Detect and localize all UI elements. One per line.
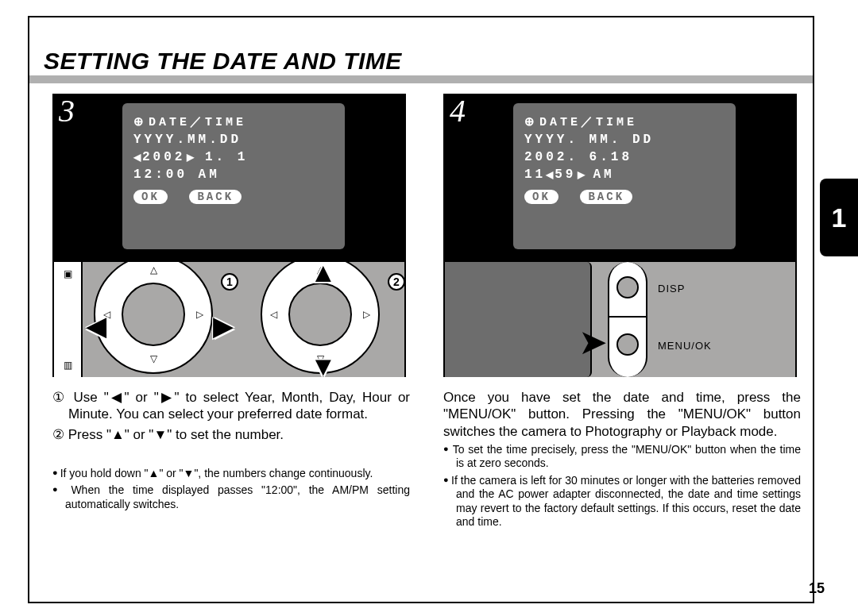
lcd-ok-btn: OK: [133, 190, 168, 204]
lcd-time-row: 12:00 AM: [133, 167, 334, 182]
button-column: [608, 262, 647, 377]
battery-icon: ▥: [64, 360, 72, 371]
note-precise: To set the time precisely, press the "ME…: [443, 443, 801, 471]
step3-text: ① Use "◀" or "▶" to select Year, Month, …: [52, 389, 410, 514]
dpad-2-center: [288, 283, 352, 346]
dpad-1: △ ▽ ◁ ▷: [94, 260, 213, 374]
dpad-1-down: ▽: [150, 353, 157, 364]
step4-text: Once you have set the date and time, pre…: [443, 389, 801, 533]
press-arrow-icon: ➤: [578, 321, 608, 362]
big-down-arrow: ▼: [310, 351, 337, 377]
step4-lcd-screen: DATE／TIME YYYY. MM. DD 2002. 6.18 1159AM…: [513, 103, 736, 249]
lcd4-hour: 11: [524, 167, 546, 182]
lcd4-ampm: AM: [593, 167, 614, 182]
dpad-2-right: ▷: [363, 309, 370, 320]
menu-ok-button: [616, 333, 639, 356]
page-title: SETTING THE DATE AND TIME: [44, 48, 489, 75]
camera-side-indicator: ▣ ▥: [54, 262, 83, 377]
lcd4-date: 2002. 6.18: [524, 150, 725, 164]
lcd4-time-row: 1159AM: [524, 167, 725, 182]
menu-ok-label: MENU/OK: [658, 340, 712, 352]
step-3-panel: 3 DATE／TIME YYYY.MM.DD 2002 1. 1 12:00 A…: [52, 94, 406, 377]
step-4-number: 4: [450, 92, 466, 129]
step-4-panel: 4 DATE／TIME YYYY. MM. DD 2002. 6.18 1159…: [443, 94, 797, 377]
step4-lcd-bezel: 4 DATE／TIME YYYY. MM. DD 2002. 6.18 1159…: [445, 95, 795, 260]
lcd-date-row: 2002 1. 1: [133, 150, 334, 164]
note-ampm: When the time displayed passes "12:00", …: [52, 483, 410, 511]
lcd4-min-selected: 59: [546, 167, 585, 182]
lcd-title: DATE／TIME: [133, 114, 334, 129]
step-3-number: 3: [59, 92, 75, 129]
dpad-2-left: ◁: [270, 309, 277, 320]
dpad-1-right: ▷: [196, 309, 203, 320]
note-hold: If you hold down "▲" or "▼", the numbers…: [52, 467, 410, 481]
big-right-arrow: ▶: [213, 310, 234, 341]
flash-icon: ▣: [64, 268, 72, 279]
step3-lcd-bezel: 3 DATE／TIME YYYY.MM.DD 2002 1. 1 12:00 A…: [54, 95, 404, 260]
disp-label: DISP: [658, 283, 685, 295]
instr-confirm: Once you have set the date and time, pre…: [443, 389, 801, 440]
lcd4-ok-btn: OK: [524, 190, 558, 204]
callout-1: 1: [221, 273, 238, 291]
big-up-arrow: ▲: [310, 260, 337, 288]
button-separator: [609, 316, 646, 318]
lcd4-back-btn: BACK: [580, 190, 632, 204]
disp-button: [616, 276, 639, 298]
step4-controls: ➤ DISP MENU/OK: [445, 260, 795, 377]
title-underline: [29, 75, 813, 83]
lcd4-title: DATE／TIME: [524, 114, 725, 129]
step3-controls: ▣ ▥ △ ▽ ◁ ▷ 1 ◀ ▶ △ ▽ ◁ ▷ 2 ▲ ▼: [54, 260, 404, 377]
big-left-arrow: ◀: [86, 310, 106, 341]
lcd-rest-date: 1. 1: [194, 150, 248, 164]
lcd-format: YYYY.MM.DD: [133, 133, 334, 147]
instr-2: ② Press "▲" or "▼" to set the number.: [52, 426, 410, 443]
lcd4-format: YYYY. MM. DD: [524, 133, 725, 147]
step3-lcd-screen: DATE／TIME YYYY.MM.DD 2002 1. 1 12:00 AM …: [122, 103, 345, 249]
chapter-tab: 1: [820, 179, 858, 256]
note-reset: If the camera is left for 30 minutes or …: [443, 474, 801, 529]
camera-back-screen: [445, 262, 592, 377]
dpad-1-up: △: [150, 264, 157, 275]
page-number: 15: [809, 580, 825, 597]
lcd-button-row: OK BACK: [133, 185, 334, 204]
callout-2: 2: [388, 273, 404, 291]
lcd-back-btn: BACK: [189, 190, 242, 204]
dpad-1-center: [122, 283, 185, 346]
lcd4-button-row: OK BACK: [524, 185, 725, 204]
instr-1: ① Use "◀" or "▶" to select Year, Month, …: [52, 389, 410, 423]
lcd-year-selected: 2002: [133, 150, 194, 164]
